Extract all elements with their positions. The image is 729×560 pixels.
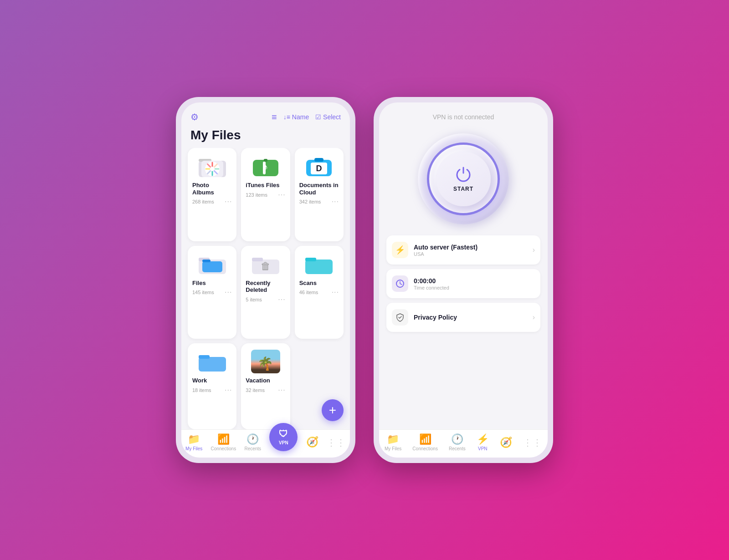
vacation-name: Vacation [246,377,285,384]
docs-icon-wrap: D [299,154,339,178]
vpn-nav-vpn[interactable]: ⚡ VPN [477,433,489,451]
nav-myfiles[interactable]: 📁 My Files [185,433,202,451]
nav-more-dots[interactable]: ⋮⋮ [327,437,346,448]
vpn-shield-icon: 🛡 [279,429,288,439]
vpn-nav-myfiles[interactable]: 📁 My Files [385,433,401,451]
itunes-meta: 123 items ··· [246,191,285,199]
vpn-nav-compass[interactable]: 🧭 [500,437,512,448]
file-card-photo-albums[interactable]: Photo Albums 268 items ··· [188,148,236,241]
recently-deleted-more[interactable]: ··· [278,295,285,304]
work-name: Work [192,377,232,384]
svg-rect-11 [314,158,323,162]
photo-albums-more[interactable]: ··· [225,198,232,206]
vpn-phone-inner: VPN is not connected START [379,102,548,458]
svg-rect-24 [199,355,210,359]
vpn-compass-nav-icon: 🧭 [500,437,512,448]
svg-rect-22 [305,258,316,261]
vpn-status-text: VPN is not connected [379,102,548,126]
file-card-work[interactable]: Work 18 items ··· [188,343,236,429]
vpn-info-list: ⚡ Auto server (Fastest) USA › [379,235,548,429]
vpn-recents-nav-icon: 🕐 [451,433,463,445]
recents-nav-icon: 🕐 [246,433,259,445]
myfiles-header: ⚙ ≡ ↓≡ Name ☑ Select [181,102,350,126]
file-card-vacation[interactable]: 🌴 Vacation 32 items ··· [241,343,290,429]
file-card-files[interactable]: Files 145 items ··· [188,246,236,339]
vpn-phone: VPN is not connected START [374,97,553,463]
recents-nav-label: Recents [244,446,261,451]
nav-connections[interactable]: 📶 Connections [211,433,236,451]
scans-folder-icon [304,252,334,276]
files-folder-icon [198,252,227,276]
vpn-info-privacy[interactable]: Privacy Policy › [386,303,540,332]
scans-more[interactable]: ··· [332,288,339,296]
docs-name: Documents in Cloud [299,182,339,196]
vacation-meta: 32 items ··· [246,386,285,394]
file-card-docs[interactable]: D Documents in Cloud 342 items ··· [295,148,344,241]
shield-check-icon [395,313,405,322]
vpn-nav-more-dots[interactable]: ⋮⋮ [523,437,542,448]
vacation-more[interactable]: ··· [278,386,285,394]
time-icon [392,275,408,292]
add-fab-button[interactable]: + [322,399,344,421]
vacation-icon-wrap: 🌴 [246,350,285,373]
vpn-bottom-nav: 📁 My Files 📶 Connections 🕐 Recents ⚡ VPN… [379,429,548,458]
files-more[interactable]: ··· [225,288,232,296]
recently-deleted-icon-wrap: 🗑 [246,252,285,276]
vpn-recents-nav-label: Recents [449,446,466,451]
vpn-time-text: 0:00:00 Time connected [414,277,535,290]
docs-count: 342 items [299,199,321,204]
itunes-icon-wrap: ♪ [246,154,285,178]
vpn-nav-label: VPN [478,446,488,451]
work-more[interactable]: ··· [225,386,232,394]
vpn-myfiles-nav-icon: 📁 [387,433,399,445]
svg-rect-9 [264,159,267,162]
itunes-more[interactable]: ··· [278,191,285,199]
work-meta: 18 items ··· [192,386,232,394]
vpn-time-subtitle: Time connected [414,285,535,290]
select-button[interactable]: ☑ Select [315,113,341,121]
files-icon-wrap [192,252,232,276]
list-icon[interactable]: ≡ [272,112,277,122]
itunes-count: 123 items [246,192,267,198]
gear-icon[interactable]: ⚙ [190,112,199,122]
vpn-connections-nav-label: Connections [412,446,438,451]
sort-button[interactable]: ↓≡ Name [283,113,309,121]
myfiles-phone: ⚙ ≡ ↓≡ Name ☑ Select My Files [176,97,355,463]
scans-count: 46 items [299,290,318,295]
svg-rect-23 [199,357,226,372]
svg-text:🗑: 🗑 [261,260,271,272]
docs-cloud-icon: D [304,154,334,178]
scans-name: Scans [299,280,339,287]
docs-meta: 342 items ··· [299,198,339,206]
page-title: My Files [181,126,350,148]
clock-icon [395,279,405,288]
svg-text:♪: ♪ [263,162,268,172]
scans-meta: 46 items ··· [299,288,339,296]
work-count: 18 items [192,387,211,393]
nav-recents[interactable]: 🕐 Recents [244,433,261,451]
vpn-privacy-title: Privacy Policy [414,314,533,321]
vpn-nav-connections[interactable]: 📶 Connections [412,433,438,451]
power-symbol-icon [454,166,472,184]
phones-container: ⚙ ≡ ↓≡ Name ☑ Select My Files [176,97,553,463]
vpn-myfiles-nav-label: My Files [385,446,401,451]
file-card-recently-deleted[interactable]: 🗑 Recently Deleted 5 items ··· [241,246,290,339]
file-card-itunes[interactable]: ♪ iTunes Files 123 items ··· [241,148,290,241]
files-name: Files [192,280,232,287]
photo-albums-icon [198,154,227,178]
file-card-scans[interactable]: Scans 46 items ··· [295,246,344,339]
privacy-icon [392,309,408,326]
recently-deleted-meta: 5 items ··· [246,295,285,304]
vpn-server-subtitle: USA [414,251,533,257]
vpn-nav-recents[interactable]: 🕐 Recents [449,433,466,451]
power-ring-outer: START [418,133,509,224]
nav-vpn-center-button[interactable]: 🛡 VPN [269,423,298,451]
vpn-info-server[interactable]: ⚡ Auto server (Fastest) USA › [386,235,540,265]
svg-point-4 [210,167,215,171]
nav-compass[interactable]: 🧭 [306,436,318,449]
svg-rect-17 [202,260,210,262]
docs-more[interactable]: ··· [332,198,339,206]
vpn-power-area: START [379,126,548,235]
connections-nav-icon: 📶 [217,433,230,445]
vpn-start-button[interactable]: START [436,152,491,206]
